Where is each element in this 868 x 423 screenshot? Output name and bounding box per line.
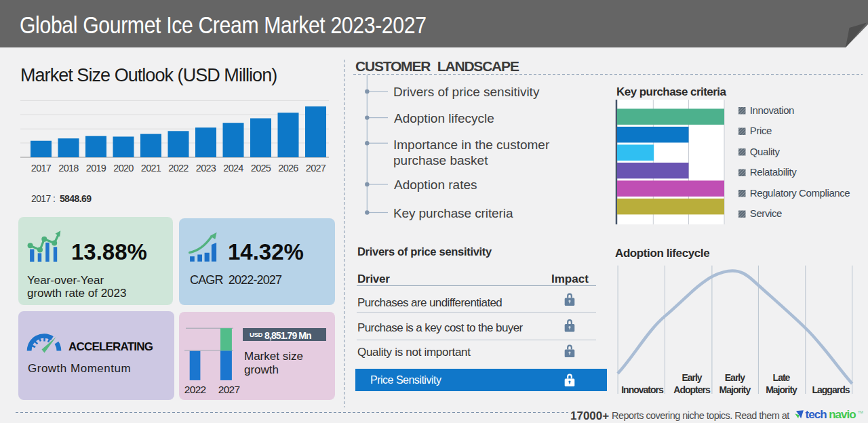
svg-text:Innovation: Innovation <box>750 104 794 116</box>
svg-text:Early: Early <box>682 372 702 383</box>
svg-text:Early: Early <box>725 372 745 383</box>
svg-text:Relatability: Relatability <box>750 166 797 178</box>
svg-text:navio: navio <box>829 408 856 421</box>
svg-text:tech: tech <box>806 408 827 421</box>
svg-text:Late: Late <box>773 372 791 383</box>
svg-text:Majority: Majority <box>719 384 751 395</box>
svg-text:Price: Price <box>750 125 772 136</box>
svg-text:TM: TM <box>858 410 863 414</box>
svg-text:Quality: Quality <box>750 146 781 157</box>
svg-text:Innovators: Innovators <box>621 384 664 395</box>
svg-text:Regulatory Compliance: Regulatory Compliance <box>750 187 850 199</box>
svg-text:Service: Service <box>750 207 782 219</box>
svg-text:Adopters: Adopters <box>673 384 711 395</box>
svg-text:Laggards: Laggards <box>812 384 850 395</box>
svg-text:Majority: Majority <box>766 384 797 395</box>
